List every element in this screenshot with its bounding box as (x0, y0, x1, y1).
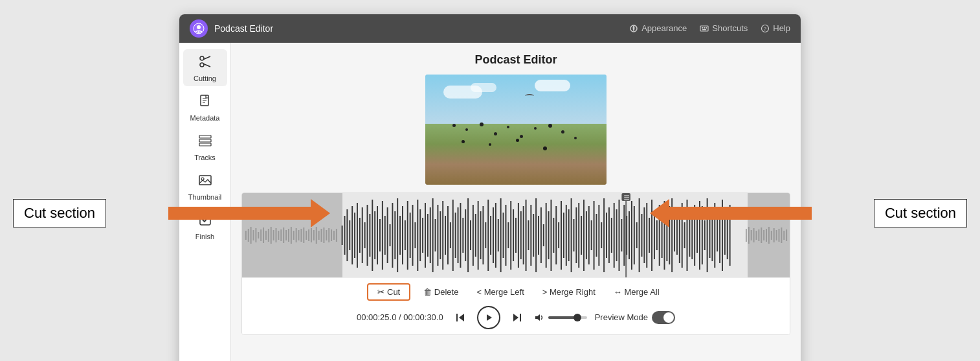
merge-right-button[interactable]: > Merge Right (537, 285, 601, 299)
svg-rect-157 (578, 203, 579, 268)
svg-rect-95 (422, 218, 423, 253)
svg-rect-58 (326, 230, 327, 240)
svg-rect-43 (288, 229, 289, 242)
svg-rect-82 (390, 224, 391, 246)
svg-rect-172 (616, 209, 618, 261)
volume-track[interactable] (548, 316, 587, 319)
skip-back-button[interactable] (451, 309, 469, 327)
preview-mode-toggle[interactable] (652, 311, 675, 324)
svg-rect-105 (447, 206, 449, 264)
svg-point-13 (200, 63, 204, 67)
svg-rect-27 (248, 229, 249, 242)
merge-left-button[interactable]: < Merge Left (471, 285, 529, 299)
svg-rect-22 (199, 143, 211, 146)
svg-rect-220 (751, 230, 752, 240)
volume-slider[interactable] (534, 312, 587, 323)
svg-rect-159 (583, 200, 585, 271)
svg-rect-71 (362, 207, 363, 263)
svg-rect-173 (619, 200, 620, 271)
shortcuts-button[interactable]: Shortcuts (700, 23, 748, 33)
svg-rect-37 (273, 230, 274, 240)
svg-rect-195 (674, 219, 675, 251)
skip-forward-button[interactable] (508, 309, 526, 327)
help-button[interactable]: ? Help (761, 23, 790, 33)
svg-rect-89 (407, 201, 408, 270)
svg-rect-36 (271, 227, 272, 244)
svg-rect-104 (445, 216, 446, 255)
svg-rect-178 (631, 201, 632, 270)
svg-rect-125 (498, 219, 499, 251)
svg-rect-93 (417, 200, 418, 271)
title-bar-left: Podcast Editor (190, 19, 273, 38)
svg-rect-137 (528, 220, 529, 250)
svg-rect-142 (540, 207, 542, 263)
sidebar-item-metadata[interactable]: Metadata (183, 89, 227, 126)
svg-rect-243 (520, 314, 521, 321)
svg-rect-57 (323, 227, 324, 243)
svg-rect-48 (300, 229, 302, 242)
svg-rect-64 (344, 216, 346, 255)
svg-rect-218 (746, 229, 747, 242)
svg-rect-49 (303, 227, 304, 243)
svg-rect-222 (755, 231, 757, 240)
svg-rect-103 (442, 201, 443, 270)
svg-rect-29 (253, 230, 254, 240)
preview-mode-label: Preview Mode (595, 312, 648, 322)
svg-rect-99 (432, 198, 434, 272)
svg-rect-118 (480, 211, 482, 259)
merge-all-button[interactable]: ↔ Merge All (608, 285, 665, 299)
svg-rect-181 (639, 198, 640, 272)
svg-rect-38 (276, 228, 277, 242)
svg-rect-199 (684, 222, 685, 248)
sidebar-item-thumbnail-label: Thumbnail (188, 193, 221, 201)
svg-rect-141 (538, 216, 539, 255)
svg-rect-158 (581, 216, 582, 255)
svg-rect-98 (430, 207, 431, 263)
play-button[interactable] (477, 306, 500, 329)
svg-rect-41 (283, 227, 284, 243)
cut-annotation-left-text: Cut section (24, 205, 95, 221)
svg-rect-160 (586, 211, 587, 259)
svg-rect-30 (255, 228, 256, 242)
svg-rect-229 (774, 228, 775, 242)
svg-rect-235 (625, 193, 627, 277)
svg-rect-83 (392, 203, 393, 268)
svg-line-14 (203, 56, 210, 60)
svg-rect-70 (359, 218, 361, 253)
svg-rect-130 (510, 201, 511, 270)
appearance-button[interactable]: Appearance (629, 23, 687, 33)
svg-rect-234 (786, 229, 787, 241)
moon-icon (629, 24, 638, 33)
svg-rect-109 (458, 207, 459, 263)
volume-icon (534, 312, 544, 323)
svg-rect-114 (470, 220, 471, 250)
current-time: 00:00:25.0 (357, 312, 396, 322)
svg-rect-231 (778, 229, 779, 242)
svg-rect-154 (571, 198, 572, 272)
sidebar-item-thumbnail[interactable]: Thumbnail (183, 168, 227, 205)
svg-rect-116 (475, 214, 476, 257)
svg-rect-28 (251, 227, 252, 244)
app-window: Podcast Editor Appearance Shortcuts ? He… (179, 14, 801, 362)
content-area: Cutting Metadata Tracks (179, 43, 801, 362)
title-bar: Podcast Editor Appearance Shortcuts ? He… (179, 14, 801, 43)
delete-button[interactable]: 🗑 Delete (418, 285, 463, 299)
video-scene (425, 75, 607, 185)
svg-rect-131 (513, 209, 514, 261)
svg-rect-68 (354, 213, 355, 258)
cut-annotation-left: Cut section (13, 199, 106, 227)
svg-rect-60 (331, 229, 332, 241)
app-title: Podcast Editor (214, 23, 273, 34)
svg-rect-61 (333, 231, 335, 240)
cut-button[interactable]: ✂ Cut (367, 283, 410, 301)
sidebar-item-cutting-label: Cutting (194, 75, 216, 82)
svg-rect-94 (419, 209, 421, 261)
sidebar-item-cutting[interactable]: Cutting (183, 49, 227, 86)
svg-rect-102 (440, 211, 441, 259)
sidebar-item-tracks[interactable]: Tracks (183, 128, 227, 165)
svg-rect-59 (328, 228, 329, 242)
svg-rect-7 (704, 27, 705, 29)
svg-rect-117 (478, 201, 479, 270)
svg-rect-129 (507, 222, 509, 248)
svg-rect-204 (696, 218, 698, 253)
